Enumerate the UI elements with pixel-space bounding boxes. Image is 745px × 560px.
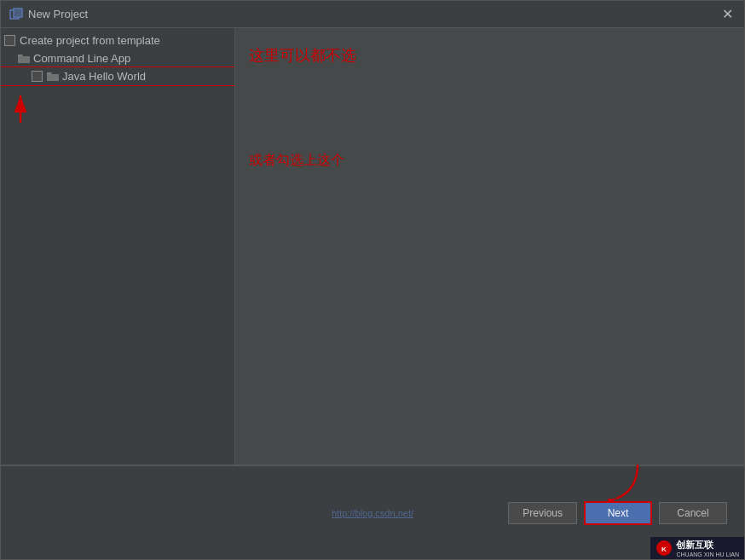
- next-button[interactable]: Next: [584, 501, 652, 525]
- tree-item-java-hello-world[interactable]: Java Hello World: [1, 67, 234, 85]
- new-project-dialog: New Project ✕ Create project from templa…: [0, 0, 745, 560]
- folder-icon-java-hello: [47, 72, 59, 82]
- annotation-select-this: 或者勾选上这个: [249, 152, 344, 170]
- arrow-up-indicator: [1, 89, 234, 123]
- tree-item-command-line-app[interactable]: Command Line App: [1, 49, 234, 67]
- label-create-from-template: Create project from template: [20, 34, 160, 47]
- label-command-line-app: Command Line App: [33, 52, 130, 65]
- watermark-sub: CHUANG XIN HU LIAN: [676, 551, 739, 557]
- folder-icon-command-line: [18, 54, 30, 64]
- checkbox-create-from-template[interactable]: [4, 35, 15, 46]
- watermark: K 创新互联 CHUANG XIN HU LIAN: [650, 537, 744, 559]
- bottom-bar: http://blog.csdn.net/ Previous Next Canc…: [1, 465, 744, 559]
- label-java-hello-world: Java Hello World: [62, 70, 146, 83]
- previous-button[interactable]: Previous: [508, 502, 577, 524]
- title-bar: New Project ✕: [1, 1, 744, 28]
- left-panel: Create project from template Command Lin…: [1, 28, 235, 465]
- watermark-brand: 创新互联: [676, 539, 739, 551]
- checkbox-java-hello-world[interactable]: [32, 71, 43, 82]
- cancel-button[interactable]: Cancel: [659, 502, 727, 524]
- svg-text:K: K: [662, 546, 667, 553]
- annotation-no-selection: 这里可以都不选: [249, 45, 356, 66]
- tree-item-create-from-template[interactable]: Create project from template: [1, 32, 234, 49]
- close-button[interactable]: ✕: [719, 6, 736, 23]
- right-panel: 这里可以都不选 或者勾选上这个: [235, 28, 744, 465]
- content-area: Create project from template Command Lin…: [1, 28, 744, 465]
- dialog-icon: [9, 8, 23, 21]
- url-annotation: http://blog.csdn.net/: [332, 508, 413, 518]
- svg-rect-2: [14, 9, 21, 16]
- dialog-title: New Project: [28, 8, 719, 20]
